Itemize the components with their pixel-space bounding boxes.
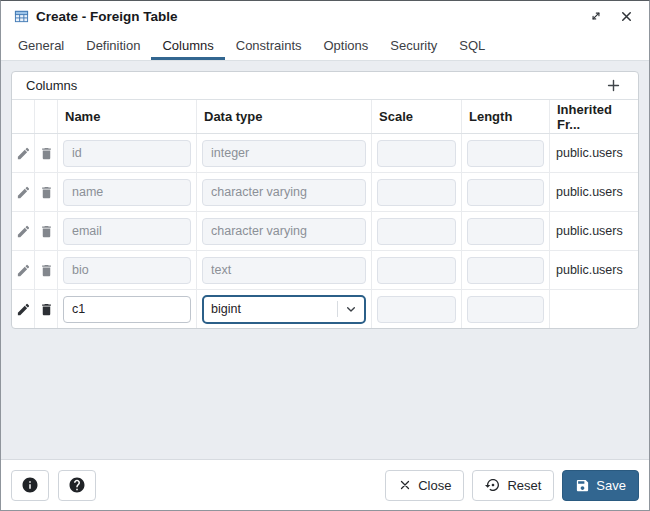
dialog-tabs: General Definition Columns Constraints O… [1, 31, 649, 61]
info-icon [21, 476, 39, 494]
name-input[interactable] [63, 296, 191, 323]
inherited-from-value: public.users [556, 263, 623, 277]
length-input [467, 140, 544, 167]
column-row-email: public.users [12, 212, 638, 251]
length-input [467, 257, 544, 284]
header-delete-column [35, 100, 58, 133]
column-row-name: public.users [12, 173, 638, 212]
close-x-icon [398, 478, 412, 492]
header-data-type: Data type [197, 100, 372, 133]
name-input [63, 257, 191, 284]
trash-icon [39, 185, 54, 200]
select-divider [337, 301, 338, 317]
length-input [467, 218, 544, 245]
scale-input [377, 296, 456, 323]
tab-definition[interactable]: Definition [75, 31, 151, 60]
plus-icon [605, 77, 622, 94]
tab-content-columns: Columns Name Data type Scale Length [1, 61, 649, 459]
delete-row-button[interactable] [35, 290, 57, 328]
trash-icon [39, 302, 54, 317]
column-row-bio: public.users [12, 251, 638, 290]
reset-button-label: Reset [507, 478, 541, 493]
header-name: Name [58, 100, 197, 133]
tab-security[interactable]: Security [379, 31, 448, 60]
inherited-from-value: public.users [556, 224, 623, 238]
pencil-icon [16, 185, 31, 200]
help-icon [68, 476, 86, 494]
data-type-input [202, 179, 366, 206]
data-type-input [202, 140, 366, 167]
maximize-icon[interactable] [586, 6, 606, 26]
data-type-select-wrapper: bigint [202, 295, 366, 324]
close-dialog-icon[interactable] [616, 6, 636, 26]
header-edit-column [12, 100, 35, 133]
delete-row-button [35, 134, 57, 172]
pencil-icon [16, 263, 31, 278]
reset-icon [485, 477, 501, 493]
header-length: Length [462, 100, 550, 133]
column-row-c1: bigint [12, 290, 638, 328]
edit-row-button [12, 173, 34, 211]
delete-row-button [35, 212, 57, 250]
foreign-table-icon [14, 9, 29, 24]
scale-input [377, 218, 456, 245]
tab-options[interactable]: Options [313, 31, 380, 60]
edit-row-button[interactable] [12, 290, 34, 328]
trash-icon [39, 263, 54, 278]
delete-row-button [35, 173, 57, 211]
length-input [467, 296, 544, 323]
data-type-select[interactable]: bigint [204, 297, 337, 322]
scale-input [377, 179, 456, 206]
chevron-down-icon [338, 297, 364, 322]
tab-columns[interactable]: Columns [151, 31, 224, 60]
columns-grid-header: Name Data type Scale Length Inherited Fr… [12, 100, 638, 134]
inherited-from-value: public.users [556, 146, 623, 160]
tab-sql[interactable]: SQL [448, 31, 496, 60]
save-button[interactable]: Save [562, 470, 639, 501]
info-button[interactable] [11, 470, 49, 501]
close-button-label: Close [418, 478, 451, 493]
trash-icon [39, 146, 54, 161]
pencil-icon [16, 302, 31, 317]
data-type-input [202, 257, 366, 284]
dialog-titlebar: Create - Foreign Table [1, 1, 649, 31]
delete-row-button [35, 251, 57, 289]
save-button-label: Save [596, 478, 626, 493]
columns-grid: Name Data type Scale Length Inherited Fr… [12, 100, 638, 328]
scale-input [377, 140, 456, 167]
scale-input [377, 257, 456, 284]
create-foreign-table-dialog: Create - Foreign Table General Definitio… [0, 0, 650, 511]
column-row-id: public.users [12, 134, 638, 173]
pencil-icon [16, 224, 31, 239]
edit-row-button [12, 212, 34, 250]
pencil-icon [16, 146, 31, 161]
reset-button[interactable]: Reset [472, 470, 554, 501]
help-button[interactable] [58, 470, 96, 501]
dialog-title: Create - Foreign Table [36, 9, 178, 24]
columns-panel: Columns Name Data type Scale Length [11, 71, 639, 329]
length-input [467, 179, 544, 206]
close-button[interactable]: Close [385, 470, 464, 501]
inherited-from-value: public.users [556, 185, 623, 199]
name-input [63, 218, 191, 245]
trash-icon [39, 224, 54, 239]
edit-row-button [12, 251, 34, 289]
name-input [63, 140, 191, 167]
edit-row-button [12, 134, 34, 172]
columns-panel-title: Columns [26, 78, 77, 93]
add-column-button[interactable] [602, 75, 624, 97]
dialog-footer: Close Reset Save [1, 459, 649, 510]
columns-panel-header: Columns [12, 72, 638, 100]
save-icon [575, 478, 590, 493]
tab-constraints[interactable]: Constraints [225, 31, 313, 60]
header-scale: Scale [372, 100, 462, 133]
header-inherited-from: Inherited Fr... [550, 100, 638, 133]
data-type-input [202, 218, 366, 245]
tab-general[interactable]: General [7, 31, 75, 60]
name-input [63, 179, 191, 206]
